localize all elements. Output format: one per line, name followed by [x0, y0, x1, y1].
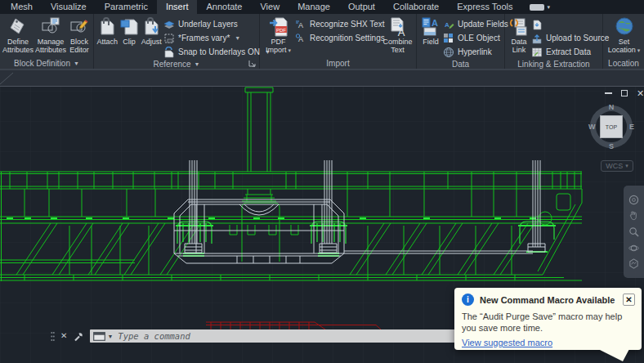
viewcube-north[interactable]: N [609, 103, 615, 111]
command-window-icon[interactable] [93, 332, 105, 341]
button-label: Clip [123, 38, 136, 46]
tab-output[interactable]: Output [339, 0, 384, 14]
snap-to-underlays-button[interactable]: Snap to Underlays ON ▼ [163, 45, 258, 59]
combine-text-icon: A [388, 16, 408, 38]
ole-object-button[interactable]: OLE Object [443, 31, 503, 45]
drawing-canvas[interactable]: ✕ N S W E TOP WCS ▾ [0, 70, 644, 363]
manage-attributes-button[interactable]: Manage Attributes [34, 16, 67, 54]
upload-to-source-button[interactable]: Upload to Source [531, 31, 602, 45]
chevron-down-icon[interactable]: ▼ [107, 334, 113, 339]
tab-mesh[interactable]: Mesh [2, 0, 42, 14]
button-label: Field [423, 38, 439, 46]
pan-icon[interactable] [628, 210, 639, 221]
button-label: Adjust [141, 38, 162, 46]
svg-text:A: A [432, 18, 438, 28]
update-fields-button[interactable]: A Update Fields [443, 17, 503, 31]
combine-text-button[interactable]: A Combine Text [380, 16, 415, 54]
customize-wrench-icon[interactable] [74, 331, 84, 342]
snap-underlays-icon [163, 47, 175, 58]
attach-button[interactable]: Attach [96, 16, 119, 46]
download-from-source-button[interactable] [531, 17, 602, 31]
svg-text:A: A [397, 26, 405, 38]
button-label: Editor [69, 46, 89, 54]
underlay-layers-icon [163, 19, 175, 30]
view-suggested-macro-link[interactable]: View suggested macro [462, 338, 552, 347]
define-attributes-button[interactable]: Define Attributes [2, 16, 34, 54]
info-icon: i [462, 294, 474, 306]
recognition-settings-button[interactable]: A Recognition Settings [295, 31, 380, 45]
field-button[interactable]: A Field [418, 16, 443, 46]
field-icon: A [421, 16, 441, 38]
minimize-icon[interactable] [605, 92, 612, 94]
block-editor-icon [69, 16, 89, 38]
download-from-source-icon [531, 19, 543, 30]
button-label: Define [7, 38, 29, 46]
row-label: Update Fields [458, 20, 508, 29]
extract-data-button[interactable]: Extract Data [531, 45, 602, 59]
tab-parametric[interactable]: Parametric [96, 0, 157, 14]
panel-title-linking-extraction[interactable]: Linking & Extraction [505, 59, 602, 69]
panel-title-data[interactable]: Data [417, 59, 504, 69]
ribbon-minimize-button[interactable]: ▾ [530, 0, 550, 14]
notification-close-button[interactable]: ✕ [623, 294, 635, 306]
tab-manage[interactable]: Manage [288, 0, 339, 14]
upload-to-source-icon [531, 33, 543, 44]
underlay-layers-button[interactable]: Underlay Layers [163, 17, 258, 31]
button-label: Manage [38, 38, 65, 46]
wcs-dropdown[interactable]: WCS ▾ [601, 160, 633, 172]
viewcube-east[interactable]: E [629, 123, 634, 131]
row-label: Snap to Underlays ON [178, 47, 260, 56]
chevron-down-icon: ▼ [235, 35, 240, 41]
popup-tail [597, 349, 631, 361]
restore-icon[interactable] [621, 90, 628, 96]
viewcube[interactable]: N S W E TOP [588, 103, 635, 150]
button-label: Combine [382, 38, 412, 46]
tab-express-tools[interactable]: Express Tools [448, 0, 521, 14]
panel-block-definition: Define Attributes Manage Attributes [0, 14, 94, 69]
viewcube-west[interactable]: W [588, 123, 596, 131]
attach-icon [97, 16, 117, 38]
navigation-wheel-icon[interactable] [628, 195, 639, 205]
button-label: Text [391, 46, 405, 54]
tab-collaborate[interactable]: Collaborate [384, 0, 448, 14]
chevron-down-icon: ▼ [74, 60, 79, 66]
pdf-import-button[interactable]: PDF PDF Import▾ [262, 16, 295, 55]
button-label: Location▾ [608, 46, 641, 55]
orbit-icon[interactable] [628, 243, 639, 253]
set-location-button[interactable]: Set Location▾ [606, 16, 642, 55]
button-label: Attributes [35, 46, 66, 54]
panel-title-reference[interactable]: Reference ▼ [94, 59, 259, 69]
panel-title-block-definition[interactable]: Block Definition ▼ [0, 57, 93, 69]
adjust-button[interactable]: Adjust [140, 16, 163, 46]
row-label: Underlay Layers [178, 20, 238, 29]
recognize-shx-icon: A [295, 19, 306, 30]
notification-body: The “Audit Purge Save” macro may help yo… [462, 311, 634, 334]
frames-vary-button[interactable]: *Frames vary* ▼ [163, 31, 258, 45]
show-motion-icon[interactable] [628, 258, 639, 269]
recognize-shx-text-button[interactable]: A Recognize SHX Text [295, 17, 380, 31]
viewcube-south[interactable]: S [609, 142, 614, 150]
tab-insert[interactable]: Insert [157, 0, 198, 14]
tab-view[interactable]: View [251, 0, 288, 14]
zoom-icon[interactable] [628, 226, 639, 237]
svg-text:A: A [298, 35, 303, 43]
tab-annotate[interactable]: Annotate [197, 0, 251, 14]
dialog-launcher-icon[interactable] [248, 60, 256, 67]
tag-icon [8, 16, 28, 38]
block-editor-button[interactable]: Block Editor [67, 16, 92, 54]
svg-text:A: A [298, 21, 303, 29]
close-icon[interactable]: ✕ [637, 89, 644, 97]
chevron-down-icon: ▾ [547, 4, 550, 11]
panel-title-location[interactable]: Location [603, 57, 644, 69]
clip-button[interactable]: Clip [119, 16, 139, 46]
hyperlink-button[interactable]: Hyperlink [443, 45, 503, 59]
panel-data: A Field A Update Fields [417, 14, 505, 69]
viewcube-top-face[interactable]: TOP [600, 115, 623, 138]
command-close-icon[interactable]: ✕ [60, 332, 67, 340]
svg-text:PDF: PDF [276, 28, 286, 33]
command-bar-grip-icon[interactable] [51, 331, 55, 342]
tab-visualize[interactable]: Visualize [42, 0, 96, 14]
data-link-button[interactable]: Data Link [507, 16, 531, 54]
svg-text:A: A [445, 21, 449, 29]
panel-title-import[interactable]: Import [260, 57, 416, 69]
